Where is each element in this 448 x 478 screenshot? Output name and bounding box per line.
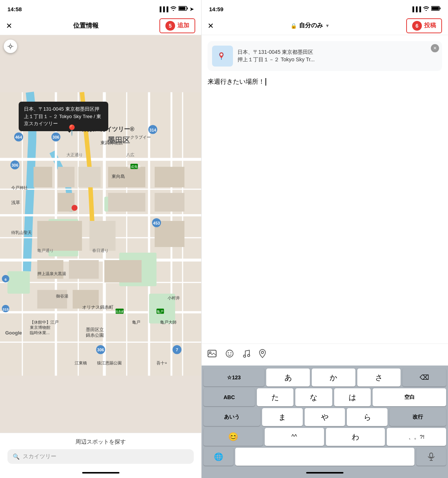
kb-key-caret[interactable]: ^^ xyxy=(265,428,324,446)
sumida-label: 墨田区 xyxy=(108,135,130,145)
svg-rect-34 xyxy=(69,260,99,279)
location-tooltip: 日本、〒131-0045 東京都墨田区押上１丁目１－２ Tokyo Sky Tr… xyxy=(19,102,108,131)
step-badge-6: 6 xyxy=(412,21,422,31)
svg-rect-33 xyxy=(37,260,63,279)
svg-text:306: 306 xyxy=(97,348,104,352)
location-tool-icon[interactable] xyxy=(259,349,266,360)
svg-rect-30 xyxy=(108,193,145,212)
wifi-right xyxy=(423,6,429,12)
kb-key-space[interactable]: 空白 xyxy=(373,388,446,406)
svg-text:江東橋: 江東橋 xyxy=(75,361,87,365)
svg-text:待乳山聖天: 待乳山聖天 xyxy=(11,230,32,235)
kb-key-sa[interactable]: さ xyxy=(357,368,401,386)
wifi-left xyxy=(170,6,177,12)
svg-text:今戸神社: 今戸神社 xyxy=(11,185,28,190)
svg-rect-36 xyxy=(37,290,67,309)
keyboard-row-1: ☆123 あ か さ ⌫ xyxy=(202,368,448,386)
keyboard-row-3: あいう ま や ら 改行 xyxy=(202,408,448,426)
kb-key-emoji[interactable]: 😊 xyxy=(203,428,263,446)
svg-rect-1 xyxy=(179,7,186,10)
text-cursor xyxy=(265,78,266,86)
svg-text:八広: 八広 xyxy=(126,152,134,157)
kb-key-mic[interactable] xyxy=(416,448,446,466)
kb-key-punct[interactable]: 、。?! xyxy=(387,428,446,446)
close-button-left[interactable]: ✕ xyxy=(6,21,12,30)
svg-text:猿江恩賜公園: 猿江恩賜公園 xyxy=(97,361,122,365)
time-left: 14:58 xyxy=(7,6,22,12)
svg-rect-28 xyxy=(78,167,101,187)
svg-rect-109 xyxy=(430,453,433,457)
svg-text:オリナス錦糸町: オリナス錦糸町 xyxy=(82,305,113,310)
kb-key-ya[interactable]: や xyxy=(305,408,345,426)
location-remove-button[interactable]: ✕ xyxy=(431,44,439,52)
svg-text:315: 315 xyxy=(3,307,9,311)
keyboard-row-2: ABC た な は 空白 xyxy=(202,388,448,406)
svg-text:亀戸大師: 亀戸大師 xyxy=(160,320,177,324)
privacy-selector[interactable]: 🔒 自分のみ ▼ xyxy=(290,22,330,30)
map-container[interactable]: 大正通り 八広 春日通り 亀戸通り 東武博物館 東向島 今戸神社 浅草 待乳山聖… xyxy=(0,35,201,433)
svg-text:錦糸町: 錦糸町 xyxy=(115,310,125,314)
kb-key-na[interactable]: な xyxy=(295,388,332,406)
kb-key-ra[interactable]: ら xyxy=(347,408,388,426)
svg-point-84 xyxy=(72,205,78,211)
svg-text:墨田区立: 墨田区立 xyxy=(86,327,104,332)
kb-key-wa[interactable]: わ xyxy=(326,428,385,446)
svg-text:7: 7 xyxy=(176,348,178,352)
home-bar-left xyxy=(82,472,119,474)
kb-key-globe[interactable]: 🌐 xyxy=(203,448,233,466)
svg-point-105 xyxy=(230,352,231,354)
svg-text:【休館中】江戸: 【休館中】江戸 xyxy=(30,320,59,324)
location-card: 日本、〒131-0045 東京都墨田区押上１丁目１－２ Tokyo Sky Tr… xyxy=(208,41,442,71)
post-content: 来週行きたい場所！ xyxy=(208,77,265,87)
svg-point-100 xyxy=(220,53,223,56)
kb-key-abc[interactable]: ABC xyxy=(203,388,255,406)
home-indicator-left xyxy=(0,468,201,478)
kb-key-aiu[interactable]: あいう xyxy=(203,408,260,426)
kb-key-ta[interactable]: た xyxy=(257,388,293,406)
privacy-label: 自分のみ xyxy=(299,22,323,30)
music-tool-icon[interactable] xyxy=(243,349,250,360)
svg-text:6: 6 xyxy=(4,277,7,281)
add-button[interactable]: 5 追加 xyxy=(159,18,195,33)
status-bar-left: 14:58 ▐▐▐ ➤ xyxy=(0,0,201,16)
emoji-tool-icon[interactable] xyxy=(225,349,234,360)
location-name: 日本、〒131-0045 東京都墨田区押上１丁目１－２ Tokyo Sky Tr… xyxy=(237,49,438,63)
close-button-right[interactable]: ✕ xyxy=(208,21,214,30)
svg-text:浅草: 浅草 xyxy=(11,200,20,205)
signal-left: ▐▐▐ xyxy=(158,6,168,12)
svg-rect-38 xyxy=(155,167,184,187)
lock-icon: 🔒 xyxy=(290,23,297,29)
svg-rect-39 xyxy=(155,193,184,212)
svg-text:御谷湯: 御谷湯 xyxy=(56,294,68,298)
post-button[interactable]: 6 投稿 xyxy=(406,18,442,33)
time-right: 14:59 xyxy=(209,6,223,12)
search-bar[interactable]: 🔍 スカイツリー xyxy=(7,449,194,464)
kb-key-a[interactable]: あ xyxy=(266,368,310,386)
location-thumbnail xyxy=(212,46,233,67)
svg-text:東京博物館: 東京博物館 xyxy=(30,325,50,330)
kb-key-ka[interactable]: か xyxy=(312,368,355,386)
right-panel: 14:59 ▐▐▐ ✕ 🔒 自分のみ ▼ 6 投稿 xyxy=(202,0,448,478)
kb-key-num[interactable]: ☆123 xyxy=(203,368,264,386)
keyboard-row-4: 😊 ^^ わ 、。?! xyxy=(202,428,448,446)
post-text-area[interactable]: 来週行きたい場所！ xyxy=(208,77,442,87)
image-tool-icon[interactable] xyxy=(208,350,217,360)
svg-text:小村井: 小村井 xyxy=(168,296,180,300)
svg-rect-35 xyxy=(104,260,141,283)
kb-key-delete[interactable]: ⌫ xyxy=(402,368,446,386)
kb-key-ma[interactable]: ま xyxy=(262,408,303,426)
location-button[interactable] xyxy=(4,40,17,53)
step-badge-5: 5 xyxy=(165,21,175,31)
svg-text:314: 314 xyxy=(149,128,156,132)
kb-key-ha[interactable]: は xyxy=(334,388,371,406)
svg-rect-32 xyxy=(90,221,116,251)
svg-text:亀戸: 亀戸 xyxy=(157,310,164,314)
kb-key-spacebar[interactable] xyxy=(235,448,414,466)
svg-text:押上温泉大黒湯: 押上温泉大黒湯 xyxy=(37,271,66,276)
nearby-title: 周辺スポットを探す xyxy=(7,438,194,445)
location-arrow-left: ➤ xyxy=(190,6,194,12)
kb-key-return[interactable]: 改行 xyxy=(389,408,446,426)
svg-text:臨時休業...: 臨時休業... xyxy=(30,330,50,335)
keyboard[interactable]: ☆123 あ か さ ⌫ ABC た な は 空白 あいう ま や ら 改行 😊… xyxy=(202,366,448,478)
left-panel: 14:58 ▐▐▐ ➤ ✕ 位置情報 5 追加 xyxy=(0,0,202,478)
